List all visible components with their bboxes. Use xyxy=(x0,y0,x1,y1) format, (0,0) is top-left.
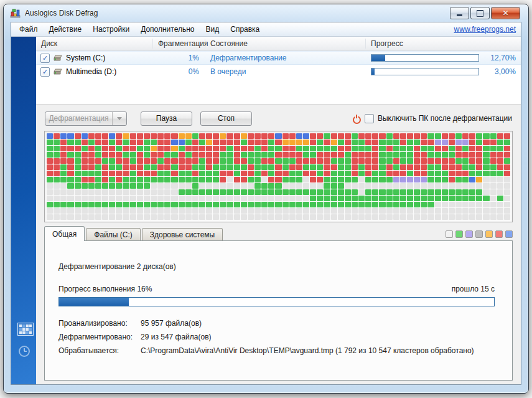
cluster-cell xyxy=(421,189,427,195)
cluster-cell xyxy=(386,183,393,189)
cluster-cell xyxy=(400,196,406,201)
cluster-cell xyxy=(116,140,122,145)
cluster-cell xyxy=(338,133,344,139)
cluster-cell xyxy=(54,183,60,189)
menu-item[interactable]: Действие xyxy=(44,23,88,36)
column-header[interactable]: Прогресс xyxy=(366,39,521,49)
cluster-cell xyxy=(324,164,330,170)
disk-checkbox[interactable]: ✓ xyxy=(40,54,50,63)
cluster-cell xyxy=(427,196,434,201)
cluster-cell xyxy=(449,196,455,201)
cluster-cell xyxy=(317,177,323,182)
cluster-cell xyxy=(275,133,281,139)
menu-item[interactable]: Дополнительно xyxy=(135,23,200,36)
cluster-cell xyxy=(234,202,240,207)
cluster-cell xyxy=(268,158,274,164)
column-header[interactable]: Диск xyxy=(36,39,153,49)
block-map-icon[interactable] xyxy=(17,323,34,336)
cluster-cell xyxy=(54,158,60,164)
menu-item[interactable]: Справка xyxy=(225,23,265,36)
tab-item[interactable]: Файлы (C:) xyxy=(86,228,140,241)
legend-swatch xyxy=(485,230,493,238)
cluster-cell xyxy=(220,158,226,164)
cluster-cell xyxy=(504,152,510,158)
cluster-cell xyxy=(421,158,427,164)
cluster-cell xyxy=(151,214,157,220)
cluster-cell xyxy=(75,140,81,145)
cluster-cell xyxy=(435,164,441,170)
menu-item[interactable]: Файл xyxy=(14,23,44,36)
clock-icon[interactable] xyxy=(19,346,30,357)
cluster-cell xyxy=(462,208,469,214)
cluster-cell xyxy=(206,152,212,158)
cluster-cell xyxy=(60,196,67,201)
cluster-cell xyxy=(414,183,420,189)
cluster-cell xyxy=(393,196,399,201)
cluster-cell xyxy=(400,133,406,139)
cluster-cell xyxy=(241,214,247,220)
cluster-cell xyxy=(179,189,185,195)
defrag-dropdown-arrow[interactable] xyxy=(112,112,126,125)
cluster-cell xyxy=(82,189,88,195)
progress-cell: 3,00% xyxy=(366,67,521,76)
cluster-cell xyxy=(151,171,157,176)
cluster-cell xyxy=(393,189,399,195)
disk-checkbox[interactable]: ✓ xyxy=(40,67,50,77)
cluster-cell xyxy=(352,208,358,214)
shutdown-checkbox[interactable] xyxy=(365,114,374,123)
disk-row[interactable]: ✓ System (C:)1%Дефрагментирование12,70% xyxy=(36,51,521,65)
disk-table: ДискФрагментацияСостояниеПрогресс ✓ Syst… xyxy=(36,37,521,105)
cluster-cell xyxy=(95,171,101,176)
cluster-cell xyxy=(268,214,274,220)
disk-row[interactable]: ✓ Multimedia (D:)0%В очереди3,00% xyxy=(36,65,521,78)
cluster-cell xyxy=(317,202,323,207)
cluster-cell xyxy=(254,183,261,189)
title-bar[interactable]: Auslogics Disk Defrag ✕ xyxy=(4,4,528,22)
cluster-cell xyxy=(331,146,337,151)
cluster-cell xyxy=(324,146,330,151)
cluster-cell xyxy=(407,196,413,201)
cluster-cell xyxy=(365,158,371,164)
cluster-cell xyxy=(248,140,254,145)
cluster-cell xyxy=(109,140,115,145)
menu-item[interactable]: Настройки xyxy=(87,23,135,36)
column-header[interactable]: Фрагментация xyxy=(153,39,205,49)
cluster-cell xyxy=(171,158,177,164)
cluster-cell xyxy=(179,152,185,158)
cluster-cell xyxy=(455,196,462,201)
defrag-split-button[interactable]: Дефрагментация xyxy=(45,111,127,126)
cluster-cell xyxy=(310,214,316,220)
cluster-cell xyxy=(261,214,268,220)
tab-item[interactable]: Здоровье системы xyxy=(142,228,223,241)
cluster-cell xyxy=(206,140,212,145)
cluster-cell xyxy=(435,177,441,182)
cluster-cell xyxy=(372,183,378,189)
cluster-cell xyxy=(324,152,330,158)
cluster-cell xyxy=(185,146,192,151)
cluster-cell xyxy=(60,208,67,214)
cluster-cell xyxy=(144,177,150,182)
cluster-cell xyxy=(393,208,399,214)
cluster-cell xyxy=(254,196,261,201)
cluster-cell xyxy=(442,177,448,182)
cluster-cell xyxy=(393,140,399,145)
cluster-cell xyxy=(407,214,413,220)
pause-button[interactable]: Пауза xyxy=(141,111,192,126)
cluster-cell xyxy=(483,189,489,195)
maximize-button[interactable] xyxy=(470,7,490,19)
cluster-cell xyxy=(102,146,108,151)
tab-active[interactable]: Общая xyxy=(44,226,85,241)
close-button[interactable]: ✕ xyxy=(491,7,520,19)
stop-button[interactable]: Стоп xyxy=(200,111,252,126)
freeprogs-link[interactable]: www.freeprogs.net xyxy=(454,25,516,34)
column-header[interactable]: Состояние xyxy=(205,39,366,49)
cluster-cell xyxy=(226,196,233,201)
cluster-cell xyxy=(226,177,233,182)
minimize-button[interactable] xyxy=(450,7,469,19)
menu-item[interactable]: Вид xyxy=(200,23,225,36)
cluster-cell xyxy=(414,158,420,164)
cluster-cell xyxy=(483,158,489,164)
cluster-cell xyxy=(400,189,406,195)
cluster-cell xyxy=(296,146,302,151)
cluster-cell xyxy=(206,158,212,164)
